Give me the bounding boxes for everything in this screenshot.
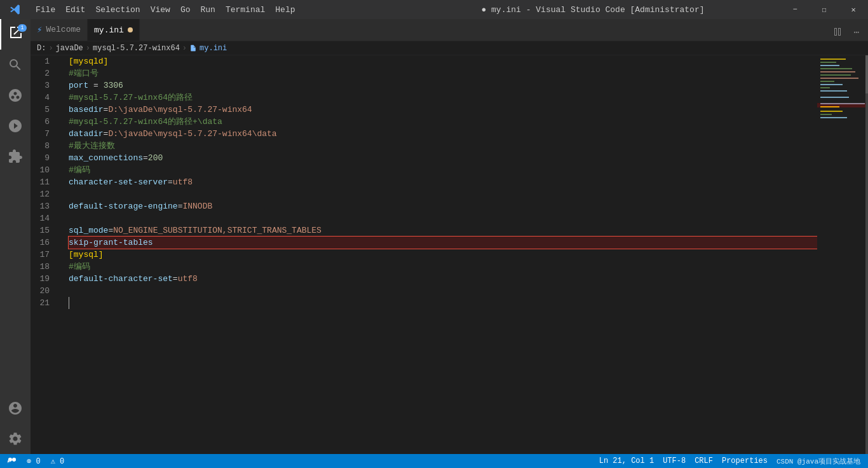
tab-welcome[interactable]: ⚡ Welcome [31, 19, 88, 41]
menu-edit[interactable]: Edit [60, 0, 90, 19]
code-line-2: #端口号 [69, 67, 817, 79]
more-actions-button[interactable]: ⋯ [848, 23, 865, 41]
svg-rect-5 [820, 71, 855, 72]
code-line-13: default-storage-engine=INNODB [69, 200, 817, 212]
breadcrumb-mysql[interactable]: mysql-5.7.27-winx64 [93, 44, 180, 53]
explorer-icon[interactable]: 1 [0, 19, 31, 50]
line-numbers: 1 2 3 4 5 6 7 8 9 10 11 12 13 14 15 16 1… [31, 55, 62, 454]
minimap-canvas [817, 55, 868, 310]
status-right: Ln 21, Col 1 UTF-8 CRLF Properties CSDN … [592, 454, 868, 468]
code-line-11: character-set-server=utf8 [69, 176, 817, 188]
feedback-status[interactable]: CSDN @java项目实战基地 [773, 454, 864, 468]
code-line-5: basedir=D:\javaDe\mysql-5.7.27-winx64 [69, 104, 817, 116]
editor-area: ⚡ Welcome my.ini ⋯ D: › javaDe › [31, 19, 868, 454]
menu-bar: File Edit Selection View Go Run Terminal… [31, 0, 405, 19]
errors-status[interactable]: ⊗ 0 [23, 454, 44, 468]
code-line-1: [mysqld] [69, 55, 817, 67]
svg-rect-7 [820, 78, 858, 79]
minimap [817, 55, 868, 454]
warnings-status[interactable]: ⚠ 0 [47, 454, 69, 468]
code-line-14 [69, 212, 817, 224]
svg-rect-8 [820, 81, 834, 82]
svg-rect-10 [820, 87, 830, 88]
svg-rect-3 [820, 65, 839, 66]
code-line-8: #最大连接数 [69, 140, 817, 152]
svg-rect-1 [820, 59, 846, 60]
menu-selection[interactable]: Selection [90, 0, 145, 19]
code-line-9: max_connections=200 [69, 152, 817, 164]
menu-view[interactable]: View [146, 0, 175, 19]
source-control-status[interactable] [4, 454, 20, 468]
svg-rect-15 [817, 103, 868, 107]
status-bar: ⊗ 0 ⚠ 0 Ln 21, Col 1 UTF-8 CRLF Properti… [0, 454, 868, 468]
window-title: ● my.ini - Visual Studio Code [Administr… [405, 5, 780, 15]
code-line-12 [69, 188, 817, 200]
window-controls: − ☐ ✕ [780, 0, 868, 19]
svg-rect-2 [820, 62, 836, 63]
account-icon[interactable] [0, 393, 31, 423]
breadcrumb: D: › javaDe › mysql-5.7.27-winx64 › my.i… [31, 41, 868, 55]
menu-file[interactable]: File [31, 0, 60, 19]
menu-terminal[interactable]: Terminal [220, 0, 270, 19]
encoding-status[interactable]: UTF-8 [659, 454, 689, 468]
code-line-4: #mysql-5.7.27-winx64的路径 [69, 92, 817, 104]
code-line-10: #编码 [69, 164, 817, 176]
source-control-icon[interactable] [0, 80, 31, 111]
code-line-20 [69, 285, 817, 297]
extensions-icon[interactable] [0, 141, 31, 172]
welcome-icon: ⚡ [37, 24, 42, 35]
explorer-badge: 1 [18, 24, 27, 32]
activity-bottom [0, 393, 31, 454]
svg-rect-4 [820, 68, 852, 69]
tab-myini-label: my.ini [94, 25, 124, 35]
svg-rect-6 [820, 74, 851, 76]
svg-rect-9 [820, 84, 843, 85]
maximize-button[interactable]: ☐ [810, 0, 839, 19]
code-line-18: #编码 [69, 261, 817, 273]
breadcrumb-javade[interactable]: javaDe [56, 44, 83, 53]
svg-rect-16 [820, 111, 843, 112]
tab-myini[interactable]: my.ini [88, 19, 140, 41]
menu-help[interactable]: Help [270, 0, 300, 19]
eol-status[interactable]: CRLF [691, 454, 717, 468]
breadcrumb-file[interactable]: my.ini [189, 44, 227, 53]
tab-modified-dot [128, 27, 133, 32]
close-button[interactable]: ✕ [839, 0, 868, 19]
main-layout: 1 [0, 19, 868, 454]
title-bar: File Edit Selection View Go Run Terminal… [0, 0, 868, 19]
activity-bar: 1 [0, 19, 31, 454]
settings-icon[interactable] [0, 423, 31, 454]
breadcrumb-drive[interactable]: D: [37, 44, 46, 53]
svg-rect-0 [817, 55, 868, 310]
svg-rect-18 [820, 117, 847, 118]
menu-go[interactable]: Go [175, 0, 196, 19]
cursor-position[interactable]: Ln 21, Col 1 [595, 454, 658, 468]
code-line-19: default-character-set=utf8 [69, 273, 817, 285]
run-debug-icon[interactable] [0, 111, 31, 141]
svg-rect-12 [820, 97, 849, 98]
svg-rect-11 [820, 90, 847, 92]
tab-bar: ⚡ Welcome my.ini ⋯ [31, 19, 868, 41]
code-line-21 [69, 297, 817, 309]
code-line-3: port = 3306 [69, 79, 817, 92]
code-line-7: datadir=D:\javaDe\mysql-5.7.27-winx64\da… [69, 128, 817, 140]
search-icon[interactable] [0, 50, 31, 80]
tab-actions: ⋯ [829, 23, 868, 41]
code-editor[interactable]: [mysqld] #端口号 port = 3306 #mysql-5.7.27-… [62, 55, 817, 454]
status-left: ⊗ 0 ⚠ 0 [0, 454, 72, 468]
language-status[interactable]: Properties [718, 454, 771, 468]
minimize-button[interactable]: − [780, 0, 810, 19]
tab-welcome-label: Welcome [46, 25, 81, 34]
code-line-16: skip-grant-tables [69, 237, 817, 249]
vscode-logo [0, 4, 31, 15]
svg-rect-17 [820, 114, 832, 115]
split-editor-button[interactable] [829, 23, 846, 41]
menu-run[interactable]: Run [195, 0, 220, 19]
code-line-15: sql_mode=NO_ENGINE_SUBSTITUTION,STRICT_T… [69, 224, 817, 237]
code-line-6: #mysql-5.7.27-winx64的路径+\data [69, 116, 817, 128]
code-line-17: [mysql] [69, 249, 817, 261]
editor-content[interactable]: 1 2 3 4 5 6 7 8 9 10 11 12 13 14 15 16 1… [31, 55, 868, 454]
